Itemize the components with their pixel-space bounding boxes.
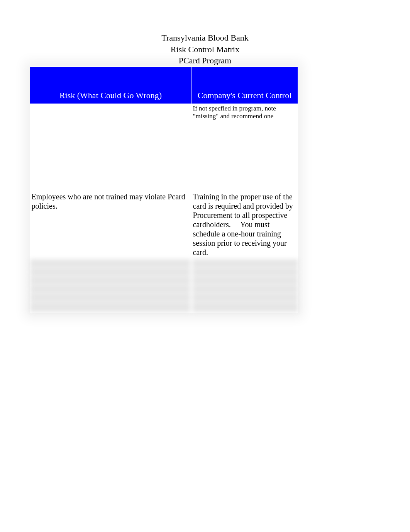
blurred-cell	[30, 285, 191, 293]
table-header-row: Risk (What Could Go Wrong) Company's Cur…	[30, 67, 298, 104]
title-line-1: Transylvania Blood Bank	[0, 32, 410, 43]
blurred-cell	[30, 268, 191, 276]
blurred-cell	[191, 285, 298, 293]
table-row	[30, 259, 298, 268]
blurred-cell	[191, 259, 298, 268]
title-line-3: PCard Program	[0, 55, 410, 66]
title-line-2: Risk Control Matrix	[0, 44, 410, 55]
note-cell-risk	[30, 104, 191, 190]
note-row: If not specfied in program, note "missin…	[30, 104, 298, 190]
blurred-cell	[30, 302, 191, 313]
blurred-cell	[191, 276, 298, 285]
blurred-cell	[191, 293, 298, 302]
blurred-rows	[30, 259, 298, 313]
blurred-cell	[191, 268, 298, 276]
blurred-cell	[30, 293, 191, 302]
table-row: Employees who are not trained may violat…	[30, 190, 298, 259]
cell-risk: Employees who are not trained may violat…	[30, 190, 191, 259]
column-header-risk: Risk (What Could Go Wrong)	[30, 67, 191, 104]
table-row	[30, 276, 298, 285]
table-row	[30, 293, 298, 302]
document-title-block: Transylvania Blood Bank Risk Control Mat…	[0, 0, 410, 66]
table-row	[30, 268, 298, 276]
blurred-cell	[30, 276, 191, 285]
table-row	[30, 285, 298, 293]
cell-control: Training in the proper use of the card i…	[191, 190, 298, 259]
blurred-cell	[30, 259, 191, 268]
note-cell-control: If not specfied in program, note "missin…	[191, 104, 298, 190]
risk-control-table: Risk (What Could Go Wrong) Company's Cur…	[30, 66, 298, 313]
table-row	[30, 302, 298, 313]
blurred-cell	[191, 302, 298, 313]
risk-control-table-container: Risk (What Could Go Wrong) Company's Cur…	[30, 66, 298, 313]
column-header-control: Company's Current Control	[191, 67, 298, 104]
